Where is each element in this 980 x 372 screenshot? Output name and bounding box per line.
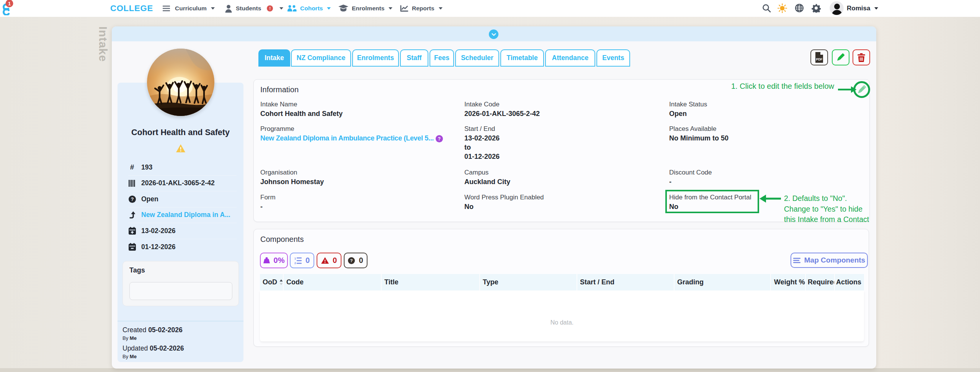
- svg-text:1: 1: [8, 1, 11, 7]
- svg-text:?: ?: [131, 197, 134, 202]
- svg-text:?: ?: [350, 258, 353, 263]
- svg-text:?: ?: [438, 136, 441, 142]
- svg-text:2: 2: [294, 261, 296, 264]
- svg-text:1: 1: [294, 257, 296, 260]
- svg-text:PDF: PDF: [816, 57, 823, 61]
